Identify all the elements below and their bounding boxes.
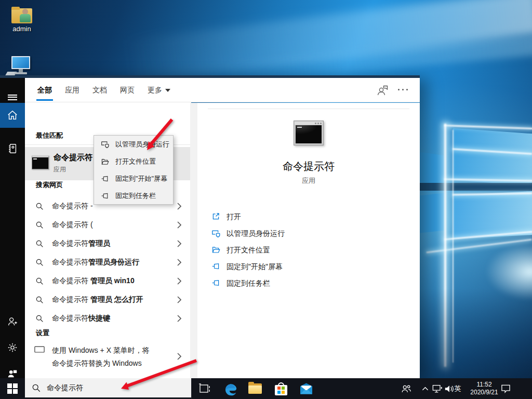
feedback-icon (7, 368, 18, 379)
desktop-icon-admin-folder[interactable]: admin (8, 7, 35, 33)
start-button[interactable] (0, 378, 25, 399)
tab-all[interactable]: 全部 (37, 78, 52, 102)
chevron-right-icon[interactable] (177, 259, 181, 268)
tab-apps[interactable]: 应用 (65, 78, 79, 102)
store-icon (275, 382, 287, 395)
clock-time: 11:52 (476, 381, 491, 388)
action-open-file-location[interactable]: 打开文件位置 (197, 242, 420, 258)
sidebar-item-settings[interactable] (0, 335, 25, 360)
search-icon (35, 296, 44, 306)
more-options-button[interactable] (398, 89, 408, 90)
chevron-down-icon (165, 89, 170, 92)
menu-item-pin-to-start[interactable]: 固定到"开始"屏幕 (94, 170, 173, 187)
context-menu: 以管理员身份运行 打开文件位置 固定到"开始"屏幕 固定到任务栏 (94, 135, 174, 205)
chevron-right-icon[interactable] (177, 203, 181, 212)
chevron-up-icon (422, 386, 429, 391)
section-header-web-search: 搜索网页 (36, 180, 63, 190)
search-icon (35, 314, 44, 325)
action-pin-to-start[interactable]: 固定到"开始"屏幕 (197, 258, 420, 275)
search-icon (35, 277, 44, 287)
gear-icon (7, 342, 18, 353)
notebook-icon (7, 143, 18, 154)
folder-location-icon (211, 245, 220, 254)
language-indicator[interactable]: 英 (450, 378, 466, 399)
windows-logo-icon (7, 383, 18, 394)
suggestion-row[interactable]: 命令提示符管理员身份运行 (25, 253, 191, 272)
file-explorer-button[interactable] (244, 378, 267, 399)
chevron-right-icon[interactable] (177, 277, 181, 287)
search-icon (35, 240, 44, 250)
people-button[interactable] (397, 378, 416, 399)
taskbar: 命令提示符 (0, 378, 532, 399)
suggestion-row[interactable]: 命令提示符 管理员 win10 (25, 272, 191, 290)
search-sidebar (0, 78, 25, 378)
mail-icon (299, 382, 313, 395)
store-button[interactable] (270, 378, 292, 399)
chevron-right-icon[interactable] (177, 240, 181, 249)
desktop-icon-this-pc[interactable] (9, 56, 32, 76)
detail-panel: 命令提示符 应用 打开 以管理员身份运行 打开文件位置 固定到" (197, 103, 420, 378)
edge-button[interactable] (219, 378, 242, 399)
taskbar-search-box[interactable]: 命令提示符 (25, 378, 191, 399)
pin-icon (211, 278, 220, 287)
suggestion-row[interactable]: 命令提示符快捷键 (25, 309, 191, 328)
shield-run-icon (211, 229, 221, 238)
action-center-button[interactable] (497, 378, 514, 399)
detail-subtitle: 应用 (197, 176, 420, 185)
search-input-value: 命令提示符 (47, 383, 83, 393)
column-gutter (190, 103, 197, 378)
search-tabbar: 全部 应用 文档 网页 更多 (25, 78, 420, 102)
section-header-settings: 设置 (36, 328, 49, 338)
computer-icon (9, 56, 32, 76)
cmd-icon (32, 155, 49, 169)
best-match-title: 命令提示符 (54, 153, 92, 163)
tab-more[interactable]: 更多 (148, 78, 170, 102)
monitor-icon (34, 345, 45, 356)
settings-row-winx[interactable]: 使用 Windows + X 菜单时，将命令提示符替换为 Windows (25, 342, 191, 370)
network-icon (432, 384, 443, 393)
action-pin-to-taskbar[interactable]: 固定到任务栏 (197, 275, 420, 291)
action-run-as-admin[interactable]: 以管理员身份运行 (197, 225, 420, 242)
folder-user-icon (11, 7, 32, 23)
chevron-right-icon[interactable] (177, 296, 181, 305)
suggestion-row[interactable]: 命令提示符 管理员 怎么打开 (25, 290, 191, 309)
tab-documents[interactable]: 文档 (92, 78, 107, 102)
chevron-right-icon[interactable] (177, 221, 181, 231)
chevron-right-icon[interactable] (177, 315, 181, 324)
suggestion-row[interactable]: 命令提示符 ( (25, 216, 191, 234)
search-icon (35, 202, 44, 212)
search-icon (32, 383, 41, 392)
home-icon (7, 110, 18, 121)
edge-icon (224, 382, 238, 396)
tab-web[interactable]: 网页 (120, 78, 135, 102)
chevron-right-icon[interactable] (177, 353, 181, 362)
menu-item-run-as-admin[interactable]: 以管理员身份运行 (94, 136, 173, 153)
section-header-best-match: 最佳匹配 (36, 131, 63, 140)
menu-item-open-file-location[interactable]: 打开文件位置 (94, 153, 173, 170)
search-icon (35, 258, 44, 269)
detail-title: 命令提示符 (197, 159, 420, 174)
people-icon (401, 383, 412, 394)
shield-run-icon (101, 140, 110, 149)
action-center-icon (501, 384, 511, 393)
mail-button[interactable] (295, 378, 317, 399)
task-view-button[interactable] (193, 378, 216, 399)
action-open[interactable]: 打开 (197, 208, 420, 225)
user-bubble-icon (376, 85, 389, 96)
menu-item-pin-to-taskbar[interactable]: 固定到任务栏 (94, 187, 173, 204)
screen: admin (0, 0, 532, 399)
suggestion-row[interactable]: 命令提示符管理员 (25, 234, 191, 253)
task-view-icon (198, 383, 211, 394)
search-flyout: 全部 应用 文档 网页 更多 最佳匹配 (0, 75, 420, 378)
folder-icon (248, 383, 262, 394)
account-button[interactable] (376, 85, 389, 98)
clock-date: 2020/9/21 (470, 389, 498, 396)
pin-icon (101, 192, 110, 200)
sidebar-item-account[interactable] (0, 309, 25, 334)
ellipsis-icon (398, 89, 400, 90)
sidebar-item-journal[interactable] (0, 136, 25, 161)
best-match-subtitle: 应用 (54, 165, 66, 174)
sidebar-item-home[interactable] (0, 103, 25, 128)
hamburger-icon (8, 93, 17, 101)
open-icon (211, 212, 220, 221)
